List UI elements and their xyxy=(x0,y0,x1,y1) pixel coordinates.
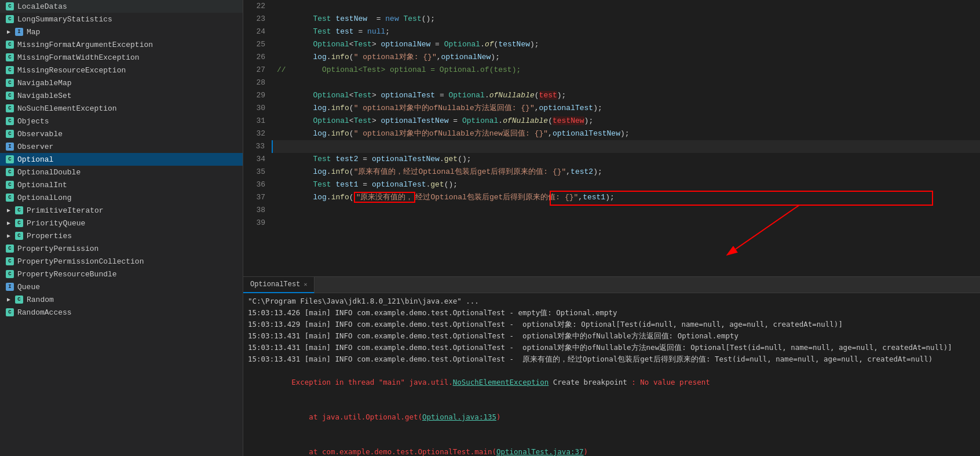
class-icon: C xyxy=(5,103,15,114)
code-view[interactable]: 22 23 Test testNew = new Test(); 24 xyxy=(243,0,980,276)
line-content: // Optional<Test> optional = Optional.of… xyxy=(272,64,980,76)
line-content: Test test = null; xyxy=(272,25,980,38)
sidebar-label: OptionalLong xyxy=(17,194,72,202)
line-number: 22 xyxy=(243,0,272,13)
sidebar-label: PropertyPermission xyxy=(17,245,98,253)
editor-area: 22 23 Test testNew = new Test(); 24 xyxy=(243,0,980,456)
sidebar-label: LocaleDatas xyxy=(17,2,67,11)
sidebar-item-priorityqueue[interactable]: ▶ C PriorityQueue xyxy=(0,217,243,229)
expand-arrow-icon: ▶ xyxy=(5,296,13,304)
sidebar-label: Queue xyxy=(17,283,40,291)
line-number: 23 xyxy=(243,13,272,25)
sidebar-item-primitiveiterator[interactable]: ▶ C PrimitiveIterator xyxy=(0,204,243,217)
table-row: 26 log.info(" optional对象: {}",optionalNe… xyxy=(243,51,980,64)
list-item: 15:03:13.431 [main] INFO com.example.dem… xyxy=(248,353,975,365)
line-content: log.info(" optional对象中的ofNullable方法new返回… xyxy=(272,127,980,140)
tab-close-icon[interactable]: ✕ xyxy=(303,281,307,288)
sidebar[interactable]: C LocaleDatas C LongSummaryStatistics ▶ … xyxy=(0,0,243,456)
class-icon: C xyxy=(5,1,15,12)
line-content: Test test2 = optionalTestNew.get(); xyxy=(272,153,980,166)
class-icon: C xyxy=(14,231,24,241)
class-icon: C xyxy=(5,256,15,267)
sidebar-item-random[interactable]: ▶ C Random xyxy=(0,293,243,306)
sidebar-item-navigablemap[interactable]: C NavigableMap xyxy=(0,76,243,89)
stack-link-2[interactable]: OptionalTest.java:37 xyxy=(496,447,584,456)
table-row: 29 Optional<Test> optionalTest = Optiona… xyxy=(243,89,980,102)
sidebar-item-longsummarystatistics[interactable]: C LongSummaryStatistics xyxy=(0,13,243,25)
exception-message: : No value present xyxy=(627,378,710,386)
line-number: 25 xyxy=(243,38,272,51)
class-icon: C xyxy=(5,129,15,139)
class-icon: C xyxy=(5,52,15,63)
sidebar-item-optionallong[interactable]: C OptionalLong xyxy=(0,191,243,204)
list-item: at com.example.demo.test.OptionalTest.ma… xyxy=(248,435,975,456)
sidebar-label: Random xyxy=(27,296,54,304)
sidebar-item-randomaccess[interactable]: C RandomAccess xyxy=(0,306,243,319)
stack-link-1[interactable]: Optional.java:135 xyxy=(422,413,496,421)
sidebar-item-observable[interactable]: C Observable xyxy=(0,127,243,140)
sidebar-item-missingresourceexception[interactable]: C MissingResourceException xyxy=(0,64,243,76)
table-row: 23 Test testNew = new Test(); xyxy=(243,13,980,25)
sidebar-item-localedatas[interactable]: C LocaleDatas xyxy=(0,0,243,13)
console-output[interactable]: "C:\Program Files\Java\jdk1.8.0_121\bin\… xyxy=(243,293,980,456)
sidebar-item-propertypermissioncollection[interactable]: C PropertyPermissionCollection xyxy=(0,255,243,268)
table-row: 30 log.info(" optional对象中的ofNullable方法返回… xyxy=(243,102,980,115)
exception-text: Exception in thread "main" java.util. xyxy=(291,378,452,386)
sidebar-item-queue[interactable]: I Queue xyxy=(0,280,243,293)
line-content: Optional<Test> optionalTest = Optional.o… xyxy=(272,89,980,102)
list-item: 15:03:13.426 [main] INFO com.example.dem… xyxy=(248,307,975,319)
sidebar-label: Objects xyxy=(17,117,49,126)
class-icon: C xyxy=(5,14,15,24)
line-number: 29 xyxy=(243,89,272,102)
sidebar-label: OptionalInt xyxy=(17,181,67,189)
line-content: Test testNew = new Test(); xyxy=(272,13,980,25)
sidebar-item-optionalint[interactable]: C OptionalInt xyxy=(0,178,243,191)
line-number: 26 xyxy=(243,51,272,64)
expand-arrow-icon: ▶ xyxy=(5,219,13,227)
table-row: 27 // Optional<Test> optional = Optional… xyxy=(243,64,980,76)
sidebar-label: NoSuchElementException xyxy=(17,104,117,113)
sidebar-item-missingformatwidthexception[interactable]: C MissingFormatWidthException xyxy=(0,51,243,64)
list-item: Exception in thread "main" java.util.NoS… xyxy=(248,365,975,400)
sidebar-item-optionaldouble[interactable]: C OptionalDouble xyxy=(0,166,243,178)
sidebar-item-properties[interactable]: ▶ C Properties xyxy=(0,229,243,242)
class-icon: C xyxy=(14,218,24,228)
class-icon: C xyxy=(5,269,15,279)
line-number: 27 xyxy=(243,64,272,76)
class-icon: C xyxy=(5,116,15,126)
line-number: 30 xyxy=(243,102,272,115)
sidebar-label: MissingFormatArgumentException xyxy=(17,41,153,49)
sidebar-label: Observable xyxy=(17,130,63,138)
line-content-37: log.info("原来没有值的，经过Optional包装后get后得到原来的值… xyxy=(272,191,980,204)
sidebar-label: LongSummaryStatistics xyxy=(17,15,112,24)
sidebar-label: Properties xyxy=(27,232,72,240)
sidebar-item-observer[interactable]: I Observer xyxy=(0,140,243,153)
sidebar-item-propertypermission[interactable]: C PropertyPermission xyxy=(0,242,243,255)
sidebar-item-map[interactable]: ▶ I Map xyxy=(0,25,243,38)
sidebar-item-objects[interactable]: C Objects xyxy=(0,115,243,127)
class-icon: C xyxy=(5,307,15,318)
sidebar-item-propertyresourcebundle[interactable]: C PropertyResourceBundle xyxy=(0,268,243,280)
class-icon: C xyxy=(5,90,15,101)
hint-text[interactable]: Create breakpoint xyxy=(548,378,627,386)
tab-optionaltest[interactable]: OptionalTest ✕ xyxy=(243,277,315,293)
exception-class-link[interactable]: NoSuchElementException xyxy=(453,378,549,386)
code-table: 22 23 Test testNew = new Test(); 24 xyxy=(243,0,980,229)
line-number: 37 xyxy=(243,191,272,204)
sidebar-item-missingformatargumentexception[interactable]: C MissingFormatArgumentException xyxy=(0,38,243,51)
line-content: Optional<Test> optionalNew = Optional.of… xyxy=(272,38,980,51)
stack-trace-paren: ) xyxy=(584,447,588,456)
stack-trace-paren: ) xyxy=(496,413,501,421)
line-number: 24 xyxy=(243,25,272,38)
interface-icon: I xyxy=(14,27,24,37)
list-item: "C:\Program Files\Java\jdk1.8.0_121\bin\… xyxy=(248,296,975,307)
line-number: 31 xyxy=(243,115,272,127)
sidebar-item-optional[interactable]: C Optional xyxy=(0,153,243,166)
sidebar-label: Map xyxy=(27,28,40,37)
interface-icon: I xyxy=(5,141,15,152)
class-icon: C xyxy=(5,167,15,177)
sidebar-label: NavigableSet xyxy=(17,92,72,100)
sidebar-item-navigableset[interactable]: C NavigableSet xyxy=(0,89,243,102)
line-content xyxy=(272,140,980,153)
sidebar-item-nosuchelementexception[interactable]: C NoSuchElementException xyxy=(0,102,243,115)
